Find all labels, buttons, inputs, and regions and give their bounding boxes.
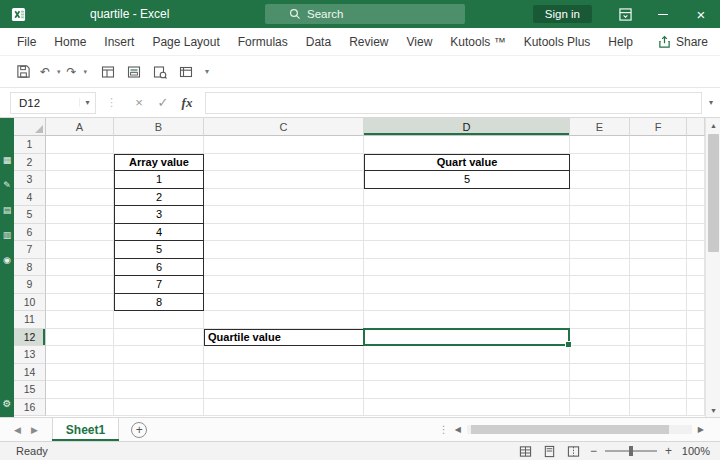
- cell-D5[interactable]: [364, 206, 570, 224]
- tab-view[interactable]: View: [398, 28, 442, 56]
- cell-F6[interactable]: [630, 224, 687, 242]
- cell-D8[interactable]: [364, 259, 570, 277]
- row-header-5[interactable]: 5: [14, 206, 46, 224]
- cell-A16[interactable]: [46, 399, 114, 417]
- hscroll-right-icon[interactable]: ▶: [698, 425, 704, 434]
- tab-data[interactable]: Data: [297, 28, 340, 56]
- cell-E8[interactable]: [570, 259, 630, 277]
- row-header-15[interactable]: 15: [14, 381, 46, 399]
- cell-C2[interactable]: [204, 154, 364, 172]
- cell-A4[interactable]: [46, 189, 114, 207]
- cell-E12[interactable]: [570, 329, 630, 347]
- minimize-button[interactable]: [644, 0, 682, 28]
- cell-E3[interactable]: [570, 171, 630, 189]
- column-header-A[interactable]: A: [46, 118, 114, 136]
- nav-edit-icon[interactable]: ✎: [3, 181, 11, 190]
- tab-home[interactable]: Home: [45, 28, 95, 56]
- cell-C4[interactable]: [204, 189, 364, 207]
- cell-F2[interactable]: [630, 154, 687, 172]
- column-header-D[interactable]: D: [364, 118, 570, 136]
- tab-help[interactable]: Help: [599, 28, 642, 56]
- select-all-corner[interactable]: [14, 118, 46, 136]
- cell-F13[interactable]: [630, 346, 687, 364]
- cell-C16[interactable]: [204, 399, 364, 417]
- settings-gear-icon[interactable]: ⚙: [3, 399, 12, 409]
- cell-F16[interactable]: [630, 399, 687, 417]
- cell-D16[interactable]: [364, 399, 570, 417]
- row-header-6[interactable]: 6: [14, 224, 46, 242]
- nav-list-icon[interactable]: ▤: [3, 206, 12, 215]
- cell-E10[interactable]: [570, 294, 630, 312]
- cell-B13[interactable]: [114, 346, 204, 364]
- cell-B7[interactable]: 5: [114, 241, 204, 259]
- cell-E4[interactable]: [570, 189, 630, 207]
- row-header-16[interactable]: 16: [14, 399, 46, 417]
- nav-workbook-icon[interactable]: ▦: [3, 156, 12, 165]
- cell-B1[interactable]: [114, 136, 204, 154]
- cell-A10[interactable]: [46, 294, 114, 312]
- cell-A6[interactable]: [46, 224, 114, 242]
- cell-E5[interactable]: [570, 206, 630, 224]
- hscroll-track[interactable]: [467, 425, 692, 434]
- cell-A11[interactable]: [46, 311, 114, 329]
- cell-E15[interactable]: [570, 381, 630, 399]
- redo-dropdown-chevron[interactable]: ▾: [84, 68, 88, 76]
- normal-view-button[interactable]: [518, 443, 534, 459]
- cell-D10[interactable]: [364, 294, 570, 312]
- row-header-4[interactable]: 4: [14, 189, 46, 207]
- page-break-preview-button[interactable]: [566, 443, 582, 459]
- cell-A3[interactable]: [46, 171, 114, 189]
- cell-E16[interactable]: [570, 399, 630, 417]
- redo-button[interactable]: ↷: [61, 60, 83, 84]
- cell-F10[interactable]: [630, 294, 687, 312]
- row-header-1[interactable]: 1: [14, 136, 46, 154]
- cell-D4[interactable]: [364, 189, 570, 207]
- cell-C1[interactable]: [204, 136, 364, 154]
- ribbon-display-options-icon[interactable]: [606, 0, 644, 28]
- cell-C7[interactable]: [204, 241, 364, 259]
- tab-kutools[interactable]: Kutools ™: [441, 28, 514, 56]
- tab-splitter-handle[interactable]: ⋮: [439, 424, 449, 435]
- cell-C12[interactable]: Quartile value: [204, 329, 364, 347]
- row-header-12[interactable]: 12: [14, 329, 46, 347]
- cell-B2[interactable]: Array value: [114, 154, 204, 172]
- cell-C13[interactable]: [204, 346, 364, 364]
- column-header-C[interactable]: C: [204, 118, 364, 136]
- cell-C15[interactable]: [204, 381, 364, 399]
- cell-B9[interactable]: 7: [114, 276, 204, 294]
- row-header-13[interactable]: 13: [14, 346, 46, 364]
- cell-B8[interactable]: 6: [114, 259, 204, 277]
- cell-F5[interactable]: [630, 206, 687, 224]
- cell-A5[interactable]: [46, 206, 114, 224]
- cell-A7[interactable]: [46, 241, 114, 259]
- cell-A14[interactable]: [46, 364, 114, 382]
- cell-E14[interactable]: [570, 364, 630, 382]
- qat-custom-icon-1[interactable]: [97, 60, 119, 84]
- cell-D3[interactable]: 5: [364, 171, 570, 189]
- row-header-3[interactable]: 3: [14, 171, 46, 189]
- zoom-level-label[interactable]: 100%: [680, 445, 710, 457]
- row-header-2[interactable]: 2: [14, 154, 46, 172]
- column-header-E[interactable]: E: [570, 118, 630, 136]
- share-button[interactable]: Share: [658, 35, 708, 49]
- row-header-10[interactable]: 10: [14, 294, 46, 312]
- tab-kutools-plus[interactable]: Kutools Plus: [515, 28, 600, 56]
- cell-E9[interactable]: [570, 276, 630, 294]
- formula-bar-expand-chevron[interactable]: ▾: [702, 98, 720, 107]
- cell-F4[interactable]: [630, 189, 687, 207]
- qat-custom-icon-4[interactable]: [175, 60, 197, 84]
- sheet-tab-sheet1[interactable]: Sheet1: [52, 418, 119, 441]
- cell-C10[interactable]: [204, 294, 364, 312]
- cell-D1[interactable]: [364, 136, 570, 154]
- nav-columns-icon[interactable]: ▥: [3, 231, 12, 240]
- cancel-button[interactable]: ×: [127, 92, 151, 114]
- cell-D15[interactable]: [364, 381, 570, 399]
- cell-D9[interactable]: [364, 276, 570, 294]
- cell-E11[interactable]: [570, 311, 630, 329]
- search-box[interactable]: Search: [265, 4, 465, 24]
- sheet-nav-right-icon[interactable]: ▶: [31, 425, 38, 435]
- cell-B14[interactable]: [114, 364, 204, 382]
- cell-B12[interactable]: [114, 329, 204, 347]
- cell-A2[interactable]: [46, 154, 114, 172]
- cell-F12[interactable]: [630, 329, 687, 347]
